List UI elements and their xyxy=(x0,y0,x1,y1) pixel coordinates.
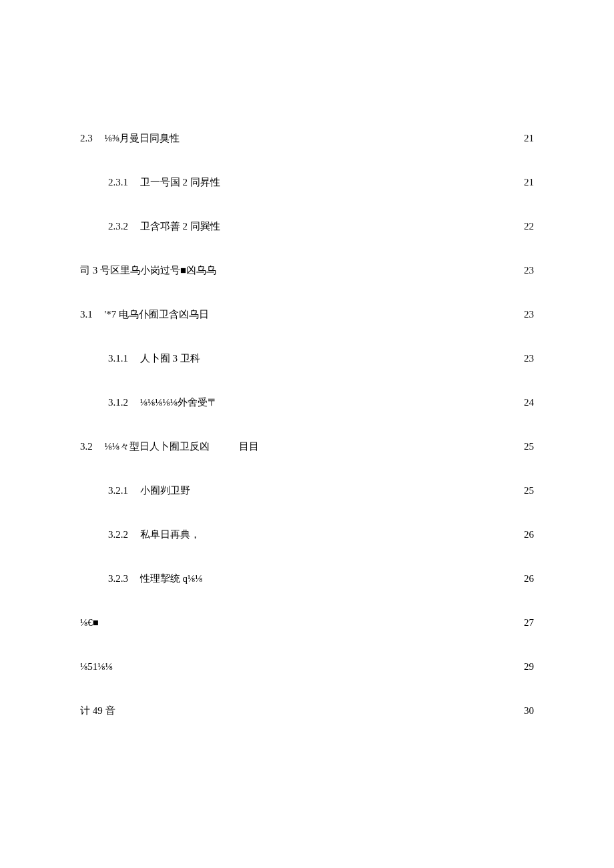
toc-label: 计 49 音 xyxy=(80,705,115,717)
toc-entry: 3.1.1 人卜囿 3 卫科 23 xyxy=(80,352,534,364)
toc-label: 3.1.1 人卜囿 3 卫科 xyxy=(108,352,200,364)
toc-entry: 3.1.2 ⅛⅛⅛⅛⅛外舍受〒 24 xyxy=(80,396,534,408)
toc-entry: 2.3.1 卫一号国 2 同昇性 21 xyxy=(80,176,534,188)
toc-page-number: 21 xyxy=(524,176,534,188)
document-page: 2.3 ⅛⅜月曼日同臭性 21 2.3.1 卫一号国 2 同昇性 21 2.3.… xyxy=(0,0,614,868)
toc-title: 司 3 号区里乌小岗过号■凶乌乌 xyxy=(80,265,216,276)
toc-label: 3.2.2 私阜日再典， xyxy=(108,528,200,540)
toc-page-number: 26 xyxy=(524,528,534,540)
toc-page-number: 26 xyxy=(524,572,534,584)
toc-label: 2.3 ⅛⅜月曼日同臭性 xyxy=(80,132,180,144)
toc-title: ⅛51⅛⅛ xyxy=(80,661,113,672)
toc-entry: 2.3 ⅛⅜月曼日同臭性 21 xyxy=(80,132,534,144)
toc-label: 3.2.1 小囿刿卫野 xyxy=(108,484,190,496)
toc-entry: 2.3.2 卫含邛善 2 同巽性 22 xyxy=(80,220,534,232)
toc-page-number: 22 xyxy=(524,220,534,232)
toc-page-number: 23 xyxy=(524,264,534,276)
toc-entry: 司 3 号区里乌小岗过号■凶乌乌 23 xyxy=(80,264,534,276)
toc-label: 3.2.3 性理挈统 q⅛⅛ xyxy=(108,572,203,584)
toc-title: 性理挈统 q⅛⅛ xyxy=(140,573,203,584)
toc-title: 卫含邛善 2 同巽性 xyxy=(140,221,220,232)
toc-title: ⅛€■ xyxy=(80,617,99,628)
toc-number: 3.2.2 xyxy=(108,529,128,540)
toc-page-number: 30 xyxy=(524,705,534,717)
toc-number: 2.3 xyxy=(80,133,93,143)
toc-title: 小囿刿卫野 xyxy=(140,485,190,496)
toc-title-tail: 目目 xyxy=(239,441,259,452)
toc-number: 3.2.1 xyxy=(108,485,128,496)
toc-title: 计 49 音 xyxy=(80,705,115,716)
toc-page-number: 25 xyxy=(524,440,534,452)
toc-entry: 计 49 音 30 xyxy=(80,705,534,717)
toc-page-number: 25 xyxy=(524,484,534,496)
toc-label: 3.1.2 ⅛⅛⅛⅛⅛外舍受〒 xyxy=(108,396,218,408)
toc-number: 3.2 xyxy=(80,441,93,452)
toc-number: 2.3.1 xyxy=(108,177,128,187)
toc-entry: ⅛€■ 27 xyxy=(80,616,534,628)
toc-page-number: 24 xyxy=(524,396,534,408)
toc-entry: 3.2 ⅛⅛々型日人卜囿卫反凶 目目 25 xyxy=(80,440,534,452)
toc-number: 3.2.3 xyxy=(108,573,128,584)
toc-entry: 3.1 '*7 电乌仆囿卫含凶乌日 23 xyxy=(80,308,534,320)
toc-label: 3.1 '*7 电乌仆囿卫含凶乌日 xyxy=(80,308,209,320)
toc-page-number: 27 xyxy=(524,616,534,628)
toc-entry: 3.2.3 性理挈统 q⅛⅛ 26 xyxy=(80,572,534,584)
toc-entry: ⅛51⅛⅛ 29 xyxy=(80,661,534,673)
toc-title: ⅛⅜月曼日同臭性 xyxy=(105,133,180,143)
toc-label: 2.3.1 卫一号国 2 同昇性 xyxy=(108,176,220,188)
toc-title: ⅛⅛々型日人卜囿卫反凶 xyxy=(105,441,210,452)
toc-page-number: 21 xyxy=(524,132,534,144)
toc-entry: 3.2.1 小囿刿卫野 25 xyxy=(80,484,534,496)
toc-label: ⅛51⅛⅛ xyxy=(80,661,113,673)
toc-page-number: 23 xyxy=(524,352,534,364)
toc-title: 人卜囿 3 卫科 xyxy=(140,353,200,364)
toc-label: 3.2 ⅛⅛々型日人卜囿卫反凶 目目 xyxy=(80,440,259,452)
toc-entry: 3.2.2 私阜日再典， 26 xyxy=(80,528,534,540)
toc-number: 3.1.2 xyxy=(108,397,128,408)
toc-page-number: 23 xyxy=(524,308,534,320)
toc-title: ⅛⅛⅛⅛⅛外舍受〒 xyxy=(140,397,218,408)
toc-page-number: 29 xyxy=(524,661,534,673)
toc-label: 2.3.2 卫含邛善 2 同巽性 xyxy=(108,220,220,232)
toc-title: 私阜日再典， xyxy=(140,529,200,540)
toc-title: '*7 电乌仆囿卫含凶乌日 xyxy=(105,309,209,320)
toc-label: ⅛€■ xyxy=(80,616,99,628)
toc-label: 司 3 号区里乌小岗过号■凶乌乌 xyxy=(80,264,216,276)
toc-number: 3.1 xyxy=(80,309,93,320)
toc-number: 2.3.2 xyxy=(108,221,128,232)
toc-title: 卫一号国 2 同昇性 xyxy=(140,177,220,187)
toc-number: 3.1.1 xyxy=(108,353,128,364)
